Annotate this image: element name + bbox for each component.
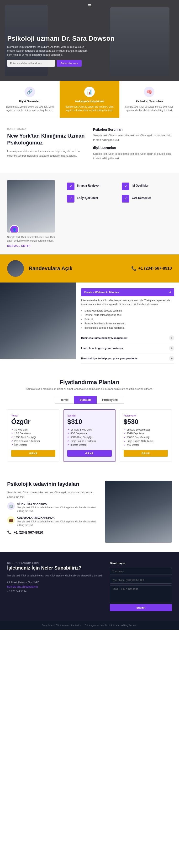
webinar-item-plus-1[interactable]: + xyxy=(169,346,174,351)
webinar-right: Create a Webinar in Minutes + Interdum v… xyxy=(76,282,179,369)
webinar-image-inner xyxy=(0,282,76,359)
plan-button-2[interactable]: GENE xyxy=(124,450,168,457)
feature-label-3: 7/24 Destekler xyxy=(132,195,151,200)
benefits-title: Psikolojik tedavinin faydaları xyxy=(7,481,98,488)
plan-label-0: Temel xyxy=(11,414,55,417)
feature-title-1: Anksiyete büyükleri xyxy=(63,99,115,103)
webinar-section: Create a Webinar in Minutes + Interdum v… xyxy=(0,282,179,369)
webinar-bullet-1: Tortor at risus enim adipiscing at et. xyxy=(84,313,174,317)
benefit-label-1: ÇALIŞMALARIMIZ HAKKINDA xyxy=(17,516,98,519)
pricing-tab-2[interactable]: Profesyonel xyxy=(97,396,124,404)
plan-price-1: $310 xyxy=(67,418,111,426)
plan-feature-2-3: Proje Başına 10 Kullanıcı xyxy=(124,440,168,442)
feature-label-1: İyi Özellikler xyxy=(132,183,149,187)
plan-feature-0-4: İkm Desteği xyxy=(11,444,55,446)
plan-feature-2-2: 100GB Bant Genişliği xyxy=(124,436,168,439)
plan-feature-0-3: Proje Başına 2 Kullanıcı xyxy=(11,440,55,442)
about-title: New York'tan Kliniğimiz Uzman Psikoloğum… xyxy=(7,132,86,146)
cta-text: Randevulara Açık xyxy=(29,266,127,272)
benefit-item-0: 🏢 ŞİRKETİMİZ HAKKINDA Sample text. Click… xyxy=(7,502,98,513)
subscribe-button[interactable]: Subscribe now xyxy=(57,60,82,67)
about-right: Psikolog Sorunları Sample text. Click to… xyxy=(93,128,172,163)
feature-title-0: İlişki Sorunları xyxy=(4,99,56,103)
feature-text-1: Sample text. Click to select the text bo… xyxy=(63,105,115,112)
webinar-bullets: Mattis vitae turpis egestas sed nibh. To… xyxy=(81,309,174,330)
footer-contact-title: Bize Ulaşın xyxy=(110,562,172,565)
footer-website[interactable]: Bize İzle bize.biz/psikolojimiz xyxy=(7,586,38,588)
features-row: 🔗 İlişki Sorunları Sample text. Click to… xyxy=(0,81,179,118)
footer-phone1: + 1 223 344 55 44 xyxy=(7,590,26,593)
webinar-item-plus-2[interactable]: + xyxy=(169,356,174,361)
plan-features-0: 30 web sitesi 1GB Depolama 10GB Bant Gen… xyxy=(11,428,55,446)
footer-eyebrow: Bize 7/24 Yardım Edin xyxy=(7,562,103,564)
benefits-phone-row[interactable]: 📞 +1 (234) 567-8910 xyxy=(7,530,98,534)
footer-phone-input[interactable] xyxy=(110,577,172,584)
cta-image xyxy=(7,260,24,277)
plan-feature-2-1: 25GB Depolama xyxy=(124,432,168,435)
feature-text-0: Sample text. Click to select the text bo… xyxy=(4,105,56,112)
plan-feature-0-0: 30 web sitesi xyxy=(11,428,55,431)
plan-price-2: $530 xyxy=(124,418,168,426)
feature-item-1: ✓ İyi Özellikler xyxy=(122,183,172,190)
plan-label-1: Standart xyxy=(67,414,111,417)
benefit-item-1: 💼 ÇALIŞMALARIMIZ HAKKINDA Sample text. C… xyxy=(7,516,98,527)
footer-address: 65 Street, Network City, NYPD Bize İzle … xyxy=(7,581,103,589)
webinar-main-title: Create a Webinar in Minutes xyxy=(84,291,119,294)
feature-title-2: Psikoloji Sorunları xyxy=(123,99,175,103)
pricing-card-2: Profesyonel $530 En fazla 10 web sitesi … xyxy=(120,409,172,462)
check-icon-0: ✓ xyxy=(67,183,74,190)
plan-feature-0-2: 10GB Bant Genişliği xyxy=(11,436,55,439)
psiko-title: Psikolog Sorunları xyxy=(93,128,172,131)
webinar-item-2[interactable]: Practical tips to help you price your pr… xyxy=(81,353,174,364)
plan-feature-0-1: 1GB Depolama xyxy=(11,432,55,435)
plan-features-2: En fazla 10 web sitesi 25GB Depolama 100… xyxy=(124,428,168,446)
webinar-item-1[interactable]: Learn how to grow your business + xyxy=(81,343,174,353)
webinar-plus-icon[interactable]: + xyxy=(169,290,171,294)
cta-banner: Randevulara Açık 📞 +1 (234) 567-8910 xyxy=(0,254,179,282)
about-section: HAKKIMIZDA New York'tan Kliniğimiz Uzman… xyxy=(0,118,179,173)
doctor-left: 👤 Sample text. Click to select the text … xyxy=(7,180,60,247)
benefit-content-0: ŞİRKETİMİZ HAKKINDA Sample text. Click t… xyxy=(17,502,98,513)
feature-item-0: ✓ Sınırsız Revizyon xyxy=(67,183,117,190)
plan-features-1: En fazla 5 web sitesi 5GB Depolama 50GB … xyxy=(67,428,111,446)
hamburger-icon[interactable]: ☰ xyxy=(87,3,92,8)
footer-message-input[interactable] xyxy=(110,586,172,602)
hero-content: Psikoloji uzmanı Dr. Sara Dowson Morbi a… xyxy=(7,34,172,67)
feature-card-2[interactable]: 🧠 Psikoloji Sorunları Sample text. Click… xyxy=(120,81,179,118)
plan-feature-2-4: 7/27 Destek xyxy=(124,444,168,446)
webinar-item-plus-0[interactable]: + xyxy=(169,335,174,341)
webinar-main-title-row[interactable]: Create a Webinar in Minutes + xyxy=(81,288,174,296)
webinar-bullet-3: Purus ut faucibus pulvinar elementum. xyxy=(84,321,174,326)
email-input[interactable] xyxy=(7,60,55,67)
footer-name-input[interactable] xyxy=(110,568,172,575)
benefits-right xyxy=(105,481,172,542)
benefit-text-1: Sample text. Click to select the text bo… xyxy=(17,520,98,527)
plan-feature-1-3: Proje Başına 2 Kullanıcı xyxy=(67,440,111,442)
webinar-bullet-4: Blandit turpis cursus in hac habitasse. xyxy=(84,326,174,330)
pricing-tab-0[interactable]: Temel xyxy=(55,396,74,404)
feature-card-1[interactable]: 📊 Anksiyete büyükleri Sample text. Click… xyxy=(60,81,119,118)
webinar-bullet-2: Proin at. xyxy=(84,317,174,321)
plan-button-1[interactable]: GENE xyxy=(67,450,111,457)
footer-title: İşletmeniz İçin Neler Sunabiliriz? xyxy=(7,565,103,571)
pricing-tab-1[interactable]: Standart xyxy=(74,396,97,404)
webinar-item-title-2: Practical tips to help you price your pr… xyxy=(81,357,138,360)
plan-feature-1-1: 5GB Depolama xyxy=(67,432,111,435)
plan-button-0[interactable]: GENE xyxy=(11,450,55,457)
pricing-cards: Temel Özgür 30 web sitesi 1GB Depolama 1… xyxy=(7,409,172,462)
plan-label-2: Profesyonel xyxy=(124,414,168,417)
webinar-description: Interdum veli euismod in pellentesque ma… xyxy=(81,299,174,306)
footer-submit-button[interactable]: Submit xyxy=(110,604,172,611)
footer-bottom-text: Sample text. Click to select the text bo… xyxy=(42,624,137,627)
about-left: HAKKIMIZDA New York'tan Kliniğimiz Uzman… xyxy=(7,128,86,163)
webinar-item-title-1: Learn how to grow your business xyxy=(81,347,123,350)
plan-feature-1-0: En fazla 5 web sitesi xyxy=(67,428,111,431)
footer: Bize 7/24 Yardım Edin İşletmeniz İçin Ne… xyxy=(0,552,179,621)
feature-icon-0: 🔗 xyxy=(25,87,35,97)
about-label: HAKKIMIZDA xyxy=(7,128,86,130)
webinar-item-0[interactable]: Business Sustainability Management + xyxy=(81,333,174,343)
check-icon-1: ✓ xyxy=(122,183,129,190)
feature-card-0[interactable]: 🔗 İlişki Sorunları Sample text. Click to… xyxy=(0,81,60,118)
cta-phone[interactable]: 📞 +1 (234) 567-8910 xyxy=(131,266,172,271)
footer-form: Submit xyxy=(110,568,172,611)
